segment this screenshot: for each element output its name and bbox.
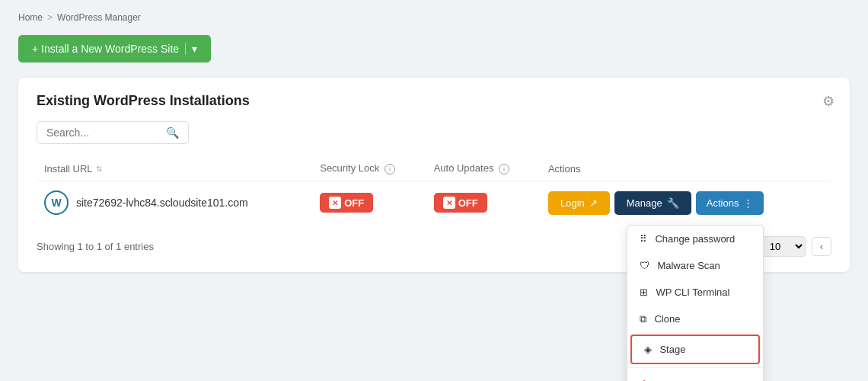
- actions-dots-icon: ⋮: [743, 197, 753, 209]
- dropdown-clone[interactable]: ⧉ Clone: [627, 306, 763, 333]
- manage-button[interactable]: Manage 🔧: [614, 191, 691, 215]
- breadcrumb-home[interactable]: Home: [18, 12, 43, 23]
- wp-cli-icon: ⊞: [640, 287, 648, 298]
- security-lock-badge: ✕ OFF: [320, 193, 373, 213]
- actions-button[interactable]: Actions ⋮: [696, 191, 764, 215]
- dropdown-wp-cli-terminal[interactable]: ⊞ WP CLI Terminal: [627, 279, 763, 306]
- col-install-url: Install URL ⇅: [37, 156, 312, 181]
- stage-icon: ◈: [644, 344, 652, 355]
- dropdown-change-password[interactable]: ⠿ Change password: [627, 226, 763, 252]
- login-external-icon: ↗: [589, 197, 598, 209]
- uninstall-icon: 🗑: [640, 379, 649, 382]
- install-button-chevron: ▾: [185, 43, 197, 55]
- dropdown-stage[interactable]: ◈ Stage: [630, 335, 760, 364]
- dropdown-divider: [627, 367, 763, 368]
- search-wrapper: 🔍: [37, 121, 189, 144]
- clone-icon: ⧉: [640, 313, 646, 325]
- install-wordpress-button[interactable]: + Install a New WordPress Site ▾: [18, 35, 211, 62]
- change-password-icon: ⠿: [640, 233, 647, 245]
- installations-table: Install URL ⇅ Security Lock i Auto Updat…: [37, 156, 831, 224]
- breadcrumb-separator: >: [47, 12, 53, 23]
- malware-scan-icon: 🛡: [640, 260, 649, 271]
- showing-entries: Showing 1 to 1 of 1 entries: [37, 241, 154, 252]
- installations-card: ⚙ Existing WordPress Installations 🔍 Ins…: [18, 78, 850, 272]
- actions-wrapper: Actions ⋮ ⠿ Change password: [696, 191, 764, 215]
- auto-updates-cell: ✕ OFF: [426, 181, 541, 225]
- search-input[interactable]: [46, 126, 163, 139]
- settings-icon[interactable]: ⚙: [822, 93, 834, 110]
- install-button-label: + Install a New WordPress Site: [32, 43, 179, 55]
- col-actions: Actions: [541, 156, 831, 181]
- pagination-prev-button[interactable]: ‹: [812, 237, 831, 256]
- url-cell: W site72692-lvhc84.scloudsite101.com: [37, 181, 312, 225]
- breadcrumb: Home > WordPress Manager: [18, 12, 850, 23]
- sort-arrow-icon: ⇅: [96, 165, 102, 173]
- actions-cell: Login ↗ Manage 🔧 Actions ⋮: [541, 181, 831, 225]
- table-row: W site72692-lvhc84.scloudsite101.com ✕ O…: [37, 181, 831, 225]
- search-icon: 🔍: [166, 126, 179, 139]
- install-url: site72692-lvhc84.scloudsite101.com: [76, 197, 248, 209]
- col-security-lock: Security Lock i: [312, 156, 426, 181]
- dropdown-malware-scan[interactable]: 🛡 Malware Scan: [627, 252, 763, 279]
- auto-updates-info-icon[interactable]: i: [499, 164, 509, 174]
- auto-updates-x-icon: ✕: [443, 197, 455, 209]
- wordpress-icon: W: [44, 190, 69, 215]
- breadcrumb-current: WordPress Manager: [57, 12, 141, 23]
- show-per-page-select[interactable]: 10 25 50 100: [760, 236, 806, 257]
- table-header-row: Install URL ⇅ Security Lock i Auto Updat…: [37, 156, 831, 181]
- login-button[interactable]: Login ↗: [548, 191, 610, 215]
- manage-tool-icon: 🔧: [667, 197, 679, 209]
- auto-updates-badge: ✕ OFF: [434, 193, 487, 213]
- col-auto-updates: Auto Updates i: [426, 156, 541, 181]
- security-lock-cell: ✕ OFF: [312, 181, 426, 225]
- security-lock-info-icon[interactable]: i: [385, 164, 395, 174]
- actions-dropdown: ⠿ Change password 🛡 Malware Scan ⊞: [627, 225, 764, 382]
- card-title: Existing WordPress Installations: [37, 93, 831, 109]
- security-lock-x-icon: ✕: [329, 197, 341, 209]
- dropdown-uninstall[interactable]: 🗑 Uninstall: [627, 371, 763, 382]
